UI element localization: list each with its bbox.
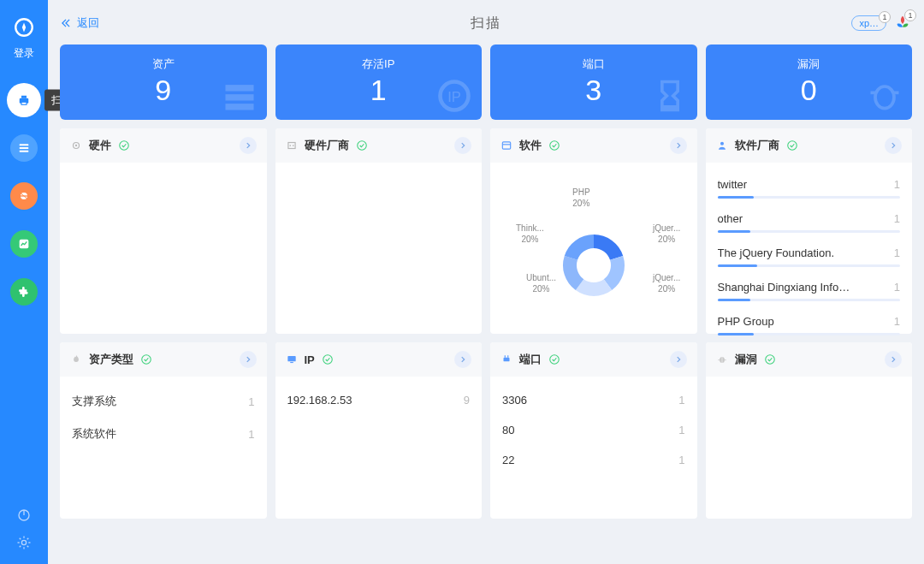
expand-button[interactable] xyxy=(454,351,471,368)
svg-point-44 xyxy=(142,355,151,365)
item-count: 1 xyxy=(894,281,900,294)
expand-button[interactable] xyxy=(240,137,257,154)
stat-ports[interactable]: 端口 3 xyxy=(490,45,697,120)
item-name: 支撑系统 xyxy=(72,394,248,409)
donut-label: PHP20% xyxy=(572,187,590,209)
panel-ip: IP 192.168.2.539 xyxy=(275,342,483,519)
donut-chart: PHP20%jQuer...20%jQuer...20%Ubunt...20%T… xyxy=(490,163,697,368)
panel-title: 漏洞 xyxy=(735,352,757,367)
svg-rect-6 xyxy=(20,147,29,149)
panel-title: 硬件厂商 xyxy=(305,138,349,153)
list-item[interactable]: PHP Group1 xyxy=(718,308,901,342)
panel-vuln: 漏洞 xyxy=(706,342,913,519)
nav-plugin[interactable] xyxy=(7,275,41,309)
xp-pill[interactable]: xp… 1 xyxy=(851,15,886,31)
panel-hardware-vendor: 硬件厂商 xyxy=(275,128,483,334)
item-name: 系统软件 xyxy=(72,426,248,442)
stat-bg-icon xyxy=(651,77,689,115)
stat-liveip[interactable]: 存活IP 1 IP xyxy=(275,45,483,120)
svg-rect-23 xyxy=(225,85,253,91)
power-icon[interactable] xyxy=(16,508,32,523)
svg-rect-24 xyxy=(225,94,253,100)
stat-vulns[interactable]: 漏洞 0 xyxy=(706,45,913,120)
stat-label: 存活IP xyxy=(275,56,483,72)
svg-rect-46 xyxy=(290,362,293,363)
back-button[interactable]: 返回 xyxy=(60,15,99,31)
donut-label: Think...20% xyxy=(516,223,544,245)
item-count: 1 xyxy=(248,395,254,408)
svg-point-34 xyxy=(120,141,129,151)
list-item[interactable]: twitter1 xyxy=(718,171,901,205)
page-title: 扫描 xyxy=(471,15,501,33)
list-item[interactable]: The jQuery Foundation.1 xyxy=(718,240,901,274)
panel-title: 软件 xyxy=(519,138,542,153)
list-item[interactable]: other1 xyxy=(718,205,901,240)
list-item[interactable]: 系统软件1 xyxy=(72,418,255,450)
svg-rect-45 xyxy=(287,356,295,361)
stat-bg-icon xyxy=(221,77,258,115)
svg-rect-5 xyxy=(20,144,29,145)
svg-point-29 xyxy=(875,86,894,109)
list-item[interactable]: 801 xyxy=(502,415,685,445)
chevron-double-left-icon xyxy=(60,17,72,29)
nav-analytics[interactable] xyxy=(7,227,41,261)
svg-point-41 xyxy=(550,141,560,151)
svg-line-21 xyxy=(20,546,21,548)
check-icon xyxy=(786,140,798,151)
item-count: 1 xyxy=(894,212,900,225)
list-item[interactable]: 221 xyxy=(502,445,685,475)
svg-line-19 xyxy=(20,538,21,540)
expand-button[interactable] xyxy=(670,137,687,154)
list-item[interactable]: 192.168.2.539 xyxy=(287,385,471,415)
item-name: Shanghai Dingxiang Info… xyxy=(718,281,894,294)
expand-button[interactable] xyxy=(454,137,471,154)
chart-icon xyxy=(17,237,31,251)
check-icon xyxy=(548,140,560,151)
monitor-icon xyxy=(286,353,298,365)
svg-rect-39 xyxy=(502,142,510,149)
svg-point-37 xyxy=(292,145,293,146)
stat-label: 漏洞 xyxy=(706,56,913,72)
logo-icon xyxy=(12,15,36,39)
item-name: 22 xyxy=(502,454,678,466)
xp-badge: 1 xyxy=(879,11,891,23)
stat-assets[interactable]: 资产 9 xyxy=(60,45,267,120)
check-icon xyxy=(140,353,152,365)
nav-bug[interactable] xyxy=(7,179,41,213)
panel-hardware: 硬件 xyxy=(60,128,267,334)
item-count: 1 xyxy=(678,394,684,407)
check-icon xyxy=(322,353,334,365)
svg-line-20 xyxy=(27,546,29,548)
svg-point-47 xyxy=(323,355,333,365)
panel-title: 软件厂商 xyxy=(735,138,779,153)
cpu-icon xyxy=(70,140,82,151)
expand-button[interactable] xyxy=(885,137,902,154)
expand-button[interactable] xyxy=(885,351,902,368)
check-icon xyxy=(118,140,130,151)
gear-icon[interactable] xyxy=(16,535,32,550)
nav-scan[interactable]: 扫描 xyxy=(7,83,41,117)
svg-marker-1 xyxy=(22,23,26,33)
list-item[interactable]: 33061 xyxy=(502,385,685,415)
item-count: 1 xyxy=(678,424,684,436)
back-label: 返回 xyxy=(77,15,99,31)
expand-button[interactable] xyxy=(240,351,257,368)
item-name: 80 xyxy=(502,424,678,436)
list-item[interactable]: 支撑系统1 xyxy=(72,385,255,418)
svg-point-38 xyxy=(357,141,366,151)
flame-icon xyxy=(70,353,82,365)
panel-title: 资产类型 xyxy=(89,352,133,367)
panel-title: 硬件 xyxy=(89,138,111,153)
tri-logo-icon[interactable]: 1 xyxy=(893,14,912,33)
svg-rect-7 xyxy=(20,151,29,152)
item-name: PHP Group xyxy=(718,315,894,328)
svg-point-42 xyxy=(720,142,723,145)
nav-list[interactable] xyxy=(7,131,41,165)
item-name: 192.168.2.53 xyxy=(287,394,464,407)
svg-point-56 xyxy=(765,355,774,365)
item-count: 1 xyxy=(894,315,900,328)
list-item[interactable]: Shanghai Dingxiang Info…1 xyxy=(718,274,901,308)
stat-bg-icon xyxy=(866,77,903,115)
bug2-icon xyxy=(716,353,728,365)
login-link[interactable]: 登录 xyxy=(14,46,34,61)
